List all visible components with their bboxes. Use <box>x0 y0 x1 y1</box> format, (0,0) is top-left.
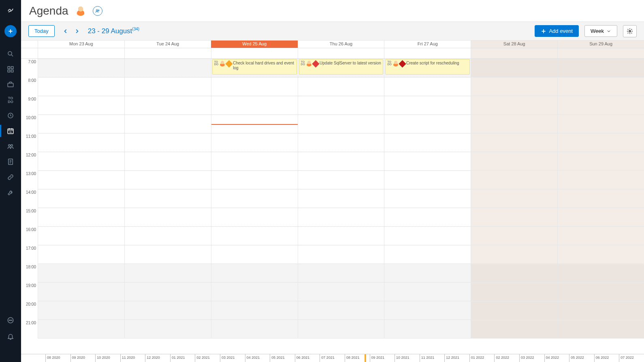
nav-search[interactable] <box>0 46 21 62</box>
hour-cell[interactable] <box>211 152 298 171</box>
timeline-footer[interactable]: 08 202009 202010 202011 202012 202001 20… <box>21 354 644 362</box>
hour-cell[interactable] <box>384 96 471 115</box>
hour-cell[interactable] <box>38 264 124 283</box>
hour-cell[interactable] <box>558 245 644 264</box>
day-column[interactable] <box>557 59 644 338</box>
hour-cell[interactable] <box>558 133 644 152</box>
hour-cell[interactable] <box>298 152 384 171</box>
hour-cell[interactable] <box>384 227 471 245</box>
hour-cell[interactable] <box>211 320 298 338</box>
hour-cell[interactable] <box>298 320 384 338</box>
hour-cell[interactable] <box>125 96 211 115</box>
hour-cell[interactable] <box>471 245 557 264</box>
hour-cell[interactable] <box>38 227 124 245</box>
calendar-settings-button[interactable] <box>623 25 637 37</box>
hour-cell[interactable] <box>298 171 384 189</box>
hour-cell[interactable] <box>38 77 124 96</box>
timeline-tick[interactable]: 10 2021 <box>395 354 420 362</box>
timeline-tick[interactable]: 04 2021 <box>245 354 270 362</box>
allday-cell[interactable] <box>298 48 384 58</box>
timeline-tick[interactable]: 05 2022 <box>569 354 594 362</box>
hour-cell[interactable] <box>558 96 644 115</box>
hour-cell[interactable] <box>38 171 124 189</box>
hour-cell[interactable] <box>471 59 557 77</box>
allday-cell[interactable] <box>557 48 644 58</box>
hour-cell[interactable] <box>298 245 384 264</box>
timeline-tick[interactable]: 06 2022 <box>594 354 619 362</box>
timeline-tick[interactable]: 12 2020 <box>145 354 170 362</box>
hour-cell[interactable] <box>125 77 211 96</box>
day-header[interactable]: Sat 28 Aug <box>471 41 557 48</box>
timeline-tick[interactable]: 08 2021 <box>345 354 370 362</box>
next-week-button[interactable] <box>72 27 82 36</box>
hour-cell[interactable] <box>211 227 298 245</box>
hour-cell[interactable] <box>38 59 124 77</box>
hour-cell[interactable] <box>38 320 124 338</box>
timeline-tick[interactable]: 06 2021 <box>295 354 320 362</box>
hour-cell[interactable] <box>125 133 211 152</box>
hour-cell[interactable] <box>384 320 471 338</box>
hour-cell[interactable] <box>558 152 644 171</box>
hour-cell[interactable] <box>125 227 211 245</box>
hour-cell[interactable] <box>298 189 384 208</box>
timeline-tick[interactable]: 09 2021 <box>370 354 395 362</box>
timeline-tick[interactable]: 09 2020 <box>70 354 96 362</box>
hour-cell[interactable] <box>471 171 557 189</box>
hour-cell[interactable] <box>471 208 557 227</box>
hour-cell[interactable] <box>125 152 211 171</box>
hour-cell[interactable] <box>471 301 557 320</box>
nav-notifications[interactable] <box>0 329 21 344</box>
prev-week-button[interactable] <box>60 27 71 36</box>
day-column[interactable] <box>124 59 211 338</box>
day-column[interactable] <box>38 59 124 338</box>
timeline-tick[interactable]: 03 2022 <box>519 354 544 362</box>
hour-cell[interactable] <box>211 133 298 152</box>
calendar-grid[interactable]: 7:008:009:0010:0011:0012:0013:0014:0015:… <box>21 59 644 354</box>
hour-cell[interactable] <box>125 320 211 338</box>
calendar-event[interactable]: TODOUpdate SqlServer to latest version <box>299 59 384 75</box>
calendar-event[interactable]: TODOCheck local hard drives and event lo… <box>212 59 297 75</box>
hour-cell[interactable] <box>471 77 557 96</box>
hour-cell[interactable] <box>384 208 471 227</box>
hour-cell[interactable] <box>298 133 384 152</box>
today-button[interactable]: Today <box>28 25 55 37</box>
hour-cell[interactable] <box>125 245 211 264</box>
hour-cell[interactable] <box>211 208 298 227</box>
hour-cell[interactable] <box>298 283 384 301</box>
hour-cell[interactable] <box>558 189 644 208</box>
hour-cell[interactable] <box>38 189 124 208</box>
hour-cell[interactable] <box>384 283 471 301</box>
hour-cell[interactable] <box>38 115 124 133</box>
hour-cell[interactable] <box>125 59 211 77</box>
calendar-event[interactable]: TODOCreate script for rescheduling <box>385 59 470 75</box>
hour-cell[interactable] <box>558 264 644 283</box>
hour-cell[interactable] <box>471 283 557 301</box>
day-column[interactable] <box>471 59 557 338</box>
timeline-tick[interactable]: 01 2022 <box>469 354 495 362</box>
hour-cell[interactable] <box>384 115 471 133</box>
new-button[interactable]: + <box>4 25 17 37</box>
timeline-tick[interactable]: 02 2022 <box>494 354 519 362</box>
hour-cell[interactable] <box>471 133 557 152</box>
hour-cell[interactable] <box>125 171 211 189</box>
nav-people[interactable] <box>0 139 21 154</box>
day-header[interactable]: Fri 27 Aug <box>384 41 471 48</box>
timeline-tick[interactable]: 02 2021 <box>195 354 220 362</box>
timeline-tick[interactable]: 07 2022 <box>619 354 644 362</box>
hour-cell[interactable] <box>38 208 124 227</box>
day-header[interactable]: Thu 26 Aug <box>298 41 384 48</box>
timeline-tick[interactable]: 10 2020 <box>95 354 120 362</box>
nav-notes[interactable] <box>0 154 21 169</box>
day-column[interactable]: TODOCheck local hard drives and event lo… <box>211 59 298 338</box>
hour-cell[interactable] <box>38 133 124 152</box>
hour-cell[interactable] <box>384 152 471 171</box>
hour-cell[interactable] <box>38 96 124 115</box>
hour-cell[interactable] <box>558 115 644 133</box>
hour-cell[interactable] <box>471 96 557 115</box>
nav-calendar[interactable]: 31 <box>0 123 21 139</box>
hour-cell[interactable] <box>558 77 644 96</box>
hour-cell[interactable] <box>211 264 298 283</box>
hour-cell[interactable] <box>558 208 644 227</box>
hour-cell[interactable] <box>384 245 471 264</box>
hour-cell[interactable] <box>384 264 471 283</box>
